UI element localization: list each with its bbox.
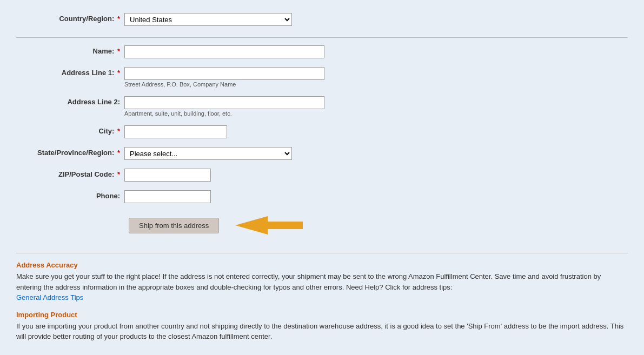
phone-input-group bbox=[124, 190, 211, 203]
address2-input-group: Apartment, suite, unit, building, floor,… bbox=[124, 96, 324, 117]
state-input-group: Please select... bbox=[124, 147, 292, 160]
arrow-icon bbox=[224, 212, 311, 239]
address1-input[interactable] bbox=[124, 67, 324, 80]
state-select[interactable]: Please select... bbox=[124, 147, 292, 160]
zip-row: ZIP/Postal Code: * bbox=[16, 166, 628, 184]
name-input-group bbox=[124, 45, 324, 58]
page-container: Country/Region: * United States Name: * bbox=[0, 0, 644, 355]
zip-label: ZIP/Postal Code: * bbox=[16, 169, 124, 178]
importing-text: If you are importing your product from a… bbox=[16, 321, 628, 342]
importing-heading: Importing Product bbox=[16, 311, 628, 319]
accuracy-block: Address Accuracy Make sure you get your … bbox=[16, 261, 628, 303]
accuracy-text: Make sure you get your stuff to the righ… bbox=[16, 271, 628, 303]
phone-label: Phone: bbox=[16, 190, 124, 200]
address2-row: Address Line 2: Apartment, suite, unit, … bbox=[16, 94, 628, 119]
name-input[interactable] bbox=[124, 45, 324, 58]
address1-input-group: Street Address, P.O. Box, Company Name bbox=[124, 67, 324, 88]
address1-label: Address Line 1: * bbox=[16, 67, 124, 77]
city-input-group bbox=[124, 125, 227, 138]
arrow-container bbox=[224, 212, 311, 239]
phone-input[interactable] bbox=[124, 190, 211, 203]
city-input[interactable] bbox=[124, 125, 227, 138]
country-label: Country/Region: * bbox=[16, 13, 124, 23]
name-required-star: * bbox=[117, 47, 120, 55]
phone-row: Phone: bbox=[16, 188, 628, 205]
country-row: Country/Region: * United States bbox=[16, 11, 628, 28]
zip-input-group bbox=[124, 169, 211, 182]
address1-hint: Street Address, P.O. Box, Company Name bbox=[124, 81, 324, 88]
general-tips-link[interactable]: General Address Tips bbox=[16, 293, 83, 302]
country-required-star: * bbox=[117, 15, 120, 23]
address1-required-star: * bbox=[117, 69, 120, 77]
country-input-group: United States bbox=[124, 13, 292, 26]
address1-row: Address Line 1: * Street Address, P.O. B… bbox=[16, 65, 628, 90]
svg-marker-0 bbox=[235, 216, 303, 235]
address2-hint: Apartment, suite, unit, building, floor,… bbox=[124, 110, 324, 117]
zip-input[interactable] bbox=[124, 169, 211, 182]
country-select[interactable]: United States bbox=[124, 13, 292, 26]
zip-required-star: * bbox=[117, 170, 120, 178]
city-row: City: * bbox=[16, 123, 628, 140]
name-row: Name: * bbox=[16, 43, 628, 61]
button-row: Ship from this address bbox=[16, 212, 628, 239]
ship-button[interactable]: Ship from this address bbox=[129, 218, 219, 233]
info-section: Address Accuracy Make sure you get your … bbox=[16, 259, 628, 352]
city-required-star: * bbox=[117, 127, 120, 135]
address2-input[interactable] bbox=[124, 96, 324, 109]
state-row: State/Province/Region: * Please select..… bbox=[16, 145, 628, 162]
name-label: Name: * bbox=[16, 45, 124, 55]
state-label: State/Province/Region: * bbox=[16, 147, 124, 157]
address-form: Country/Region: * United States Name: * bbox=[16, 11, 628, 253]
state-required-star: * bbox=[117, 149, 120, 157]
accuracy-heading: Address Accuracy bbox=[16, 261, 628, 269]
address2-label: Address Line 2: bbox=[16, 96, 124, 106]
importing-block: Importing Product If you are importing y… bbox=[16, 311, 628, 342]
city-label: City: * bbox=[16, 125, 124, 135]
